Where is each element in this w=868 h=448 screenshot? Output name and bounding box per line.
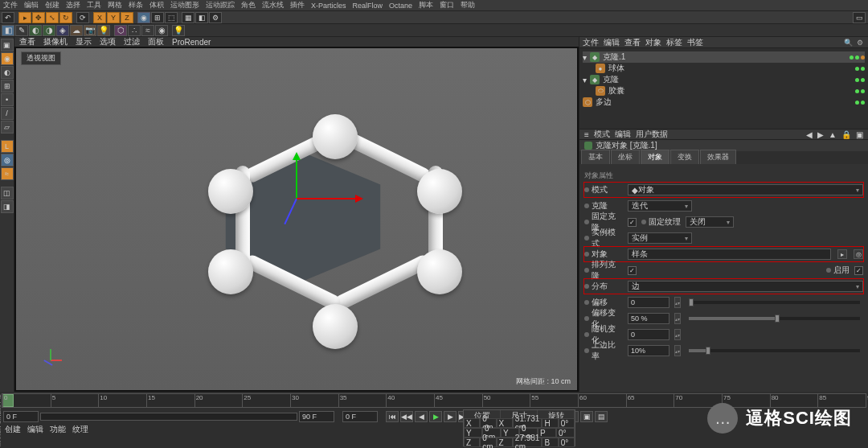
enable-checkbox[interactable]: ✓ xyxy=(854,266,863,275)
next-icon[interactable]: ▶ xyxy=(817,130,824,139)
particle-button[interactable]: ∴ xyxy=(128,25,141,36)
range-slider[interactable] xyxy=(40,413,297,421)
offset-slider[interactable] xyxy=(689,301,860,304)
texture-dropdown[interactable]: 关闭 xyxy=(686,216,734,228)
undo-button[interactable]: ↶ xyxy=(2,12,14,23)
axis-z-toggle[interactable]: Z xyxy=(121,12,133,23)
menu-item[interactable]: Octane xyxy=(389,2,412,10)
tab-basic[interactable]: 基本 xyxy=(581,150,610,164)
prev-frame-button[interactable]: ◀ xyxy=(415,411,428,422)
menu-item[interactable]: 编辑 xyxy=(24,0,39,10)
soft-select-button[interactable]: ≈ xyxy=(1,167,14,180)
deformer-button[interactable]: ◈ xyxy=(56,25,69,36)
viewport-shade-button[interactable]: ◨ xyxy=(1,200,14,213)
object-tree[interactable]: ▾◆克隆.1 ●球体 ▾◆克隆 ⬭胶囊 ⬡多边 xyxy=(579,48,868,129)
point-mode-button[interactable]: • xyxy=(1,93,14,106)
up-icon[interactable]: ▲ xyxy=(829,130,837,139)
tree-item-cloner[interactable]: ▾◆克隆 xyxy=(583,74,865,85)
object-link-field[interactable]: 样条 xyxy=(628,249,831,260)
generator-button[interactable]: ◑ xyxy=(43,25,55,36)
spline-pen-button[interactable]: ✎ xyxy=(15,25,28,36)
menu-item[interactable]: 创建 xyxy=(45,0,59,10)
model-mode-button[interactable]: ◉ xyxy=(1,52,14,65)
view-menu-item[interactable]: ProRender xyxy=(172,38,211,47)
menu-item[interactable]: 帮助 xyxy=(461,0,475,10)
link-pick-icon[interactable]: ▸ xyxy=(837,249,847,259)
clone-dropdown[interactable]: 迭代 xyxy=(628,200,692,212)
gizmo-x-axis[interactable] xyxy=(297,198,361,199)
view-menu-item[interactable]: 查看 xyxy=(19,36,35,47)
environment-button[interactable]: ☁ xyxy=(70,25,83,36)
search-icon[interactable]: 🔍 xyxy=(844,39,852,47)
om-tab[interactable]: 查看 xyxy=(624,37,641,48)
menu-item[interactable]: X-Particles xyxy=(311,2,346,10)
range-end-field[interactable]: 90 F xyxy=(299,411,334,422)
current-frame-field[interactable]: 0 F xyxy=(342,411,378,422)
menu-item[interactable]: 网格 xyxy=(108,0,122,10)
mat-tab[interactable]: 编辑 xyxy=(27,424,43,435)
realflow-button[interactable]: ≈ xyxy=(141,25,154,36)
tree-item-polygon[interactable]: ⬡多边 xyxy=(583,97,865,108)
workplane-button[interactable]: ⬚ xyxy=(165,12,178,23)
step-spinner[interactable]: ▴▾ xyxy=(674,329,681,340)
ratio-slider[interactable] xyxy=(689,317,860,320)
view-menu-item[interactable]: 面板 xyxy=(148,36,164,47)
menu-item[interactable]: 样条 xyxy=(129,0,143,10)
tree-item-cloner1[interactable]: ▾◆克隆.1 xyxy=(583,51,865,63)
new-icon[interactable]: ▣ xyxy=(856,130,863,139)
rotate-tool[interactable]: ↻ xyxy=(59,12,72,23)
scale-tool[interactable]: ⤡ xyxy=(46,12,59,23)
view-menu-item[interactable]: 过滤 xyxy=(124,36,140,47)
instance-dropdown[interactable]: 实例 xyxy=(628,232,692,244)
attr-tab[interactable]: 编辑 xyxy=(615,129,631,140)
link-clear-icon[interactable]: ◎ xyxy=(854,249,863,259)
lock-icon[interactable]: 🔒 xyxy=(841,130,851,139)
align-checkbox[interactable]: ✓ xyxy=(628,266,637,275)
menu-item[interactable]: 窗口 xyxy=(440,0,454,10)
menu-item[interactable]: 文件 xyxy=(3,0,18,10)
prev-icon[interactable]: ◀ xyxy=(806,130,813,139)
next-frame-button[interactable]: ▶ xyxy=(444,411,457,422)
key-param-icon[interactable]: ▣ xyxy=(580,411,593,422)
om-tab[interactable]: 文件 xyxy=(583,37,599,48)
tree-item-capsule[interactable]: ⬭胶囊 xyxy=(583,85,865,97)
var-spinner[interactable]: ▴▾ xyxy=(674,345,681,356)
mat-tab[interactable]: 纹理 xyxy=(72,424,88,435)
mograph-button[interactable]: ⬡ xyxy=(114,25,127,36)
mat-tab[interactable]: 创建 xyxy=(5,424,21,435)
offset-field[interactable]: 0 xyxy=(628,297,669,308)
menu-item[interactable]: 工具 xyxy=(87,0,101,10)
step-field[interactable]: 0 xyxy=(628,329,669,340)
camera-button[interactable]: 📷 xyxy=(84,25,96,36)
select-tool[interactable]: ▸ xyxy=(18,12,31,23)
menu-item[interactable]: 插件 xyxy=(290,0,305,10)
offset-spinner[interactable]: ▴▾ xyxy=(674,297,681,308)
view-menu-item[interactable]: 显示 xyxy=(76,36,92,47)
coord-row-x[interactable]: X0 cmX31.731 cmH0° xyxy=(464,418,575,428)
light-button[interactable]: 💡 xyxy=(97,25,110,36)
edge-mode-button[interactable]: / xyxy=(1,107,14,120)
tree-item-sphere[interactable]: ●球体 xyxy=(583,63,865,74)
texture-mode-button[interactable]: ◐ xyxy=(1,66,14,79)
coord-row-z[interactable]: Z0 cmZ27.981 cmB0° xyxy=(464,438,575,447)
play-button[interactable]: ▶ xyxy=(429,411,442,422)
om-tab[interactable]: 对象 xyxy=(645,37,661,48)
fix-checkbox[interactable]: ✓ xyxy=(628,218,637,227)
snap-button[interactable]: ⊞ xyxy=(151,12,164,23)
axis-toggle-button[interactable]: L xyxy=(1,140,14,153)
ratio-field[interactable]: 50 % xyxy=(628,313,669,324)
attr-tab[interactable]: 用户数据 xyxy=(636,129,668,140)
timeline-ruler[interactable]: 051015202530354045505560657075808590 xyxy=(2,393,866,408)
menu-item[interactable]: 运动图形 xyxy=(170,0,199,10)
view-menu-item[interactable]: 摄像机 xyxy=(43,36,68,47)
var-slider[interactable] xyxy=(689,349,860,352)
ratio-spinner[interactable]: ▴▾ xyxy=(674,313,681,324)
make-editable-button[interactable]: ▣ xyxy=(1,39,14,51)
workplane-mode-button[interactable]: ⊞ xyxy=(1,80,14,92)
range-start-field[interactable]: 0 F xyxy=(3,411,39,422)
filter-icon[interactable]: ⚙ xyxy=(857,39,865,47)
polygon-mode-button[interactable]: ▱ xyxy=(1,121,14,134)
axis-y-toggle[interactable]: Y xyxy=(107,12,120,23)
snap-toggle-button[interactable]: ◎ xyxy=(1,154,14,166)
octane-button[interactable]: ◉ xyxy=(155,25,168,36)
